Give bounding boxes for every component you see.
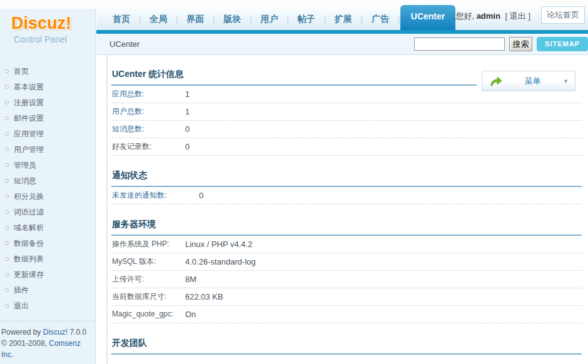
server-row-upload: 上传许可: 8M xyxy=(111,271,582,288)
bullet-icon xyxy=(5,257,9,261)
server-label: 上传许可: xyxy=(111,271,185,288)
copyright-text: © 2001-2008, xyxy=(1,339,47,348)
discuz-admin-window: Discuz! Control Panel 首页 基本设置 注册设置 邮件设置 … xyxy=(0,0,588,364)
logo-text: Discuz! xyxy=(11,14,95,33)
sidebar-item-label: 用户管理 xyxy=(14,145,44,154)
server-value: 622.03 KB xyxy=(185,288,223,305)
bullet-icon xyxy=(5,116,9,120)
stat-label-link[interactable]: 应用总数: xyxy=(111,86,185,103)
notification-value: 0 xyxy=(199,187,203,204)
brand-logo: Discuz! Control Panel xyxy=(0,9,95,55)
nav-tab-home[interactable]: 首页 xyxy=(104,14,139,25)
sidebar-item-data-backup[interactable]: 数据备份 xyxy=(0,236,95,251)
bullet-icon xyxy=(5,85,9,89)
sidebar-item-label: 退出 xyxy=(14,301,29,310)
sidebar-item-home[interactable]: 首页 xyxy=(0,64,95,79)
logout-link[interactable]: [ 退出 ] xyxy=(505,11,530,21)
bullet-icon xyxy=(5,241,9,245)
stat-label-link[interactable]: 短消息数: xyxy=(111,121,185,138)
nav-tab-users[interactable]: 用户 xyxy=(252,14,287,25)
forum-home-button[interactable]: 论坛首页 xyxy=(541,6,585,24)
sidebar-item-user-management[interactable]: 用户管理 xyxy=(0,142,95,158)
sidebar-item-label: 基本设置 xyxy=(14,83,44,91)
sidebar-footer: Powered by Discuz! 7.0.0 © 2001-2008, Co… xyxy=(0,321,96,360)
sidebar-item-short-messages[interactable]: 短消息 xyxy=(0,173,95,189)
sidebar-item-label: 注册设置 xyxy=(14,98,44,107)
server-label: MySQL 版本: xyxy=(111,253,185,270)
sidebar-item-administrators[interactable]: 管理员 xyxy=(0,158,95,173)
bullet-icon xyxy=(5,288,9,292)
bullet-icon xyxy=(5,148,9,151)
copyright-line: © 2001-2008, Comsenz Inc. xyxy=(1,338,94,360)
bullet-icon xyxy=(5,226,9,230)
sidebar-item-label: 短消息 xyxy=(14,176,36,185)
sidebar-item-label: 数据备份 xyxy=(14,239,44,248)
breadcrumb: UCenter xyxy=(109,39,139,49)
chevron-down-icon: ▼ xyxy=(563,78,569,84)
bullet-icon xyxy=(5,101,9,104)
user-info: 您好, admin [ 退出 ] xyxy=(455,11,530,22)
bullet-icon xyxy=(5,179,9,183)
sidebar-item-mail-settings[interactable]: 邮件设置 xyxy=(0,111,95,126)
menu-dropdown-button[interactable]: 菜单 ▼ xyxy=(482,71,575,91)
notification-row: 未发送的通知数: 0 xyxy=(111,187,582,205)
notification-label-link[interactable]: 未发送的通知数: xyxy=(111,187,199,204)
green-arrow-icon xyxy=(490,76,502,86)
stat-label-link[interactable]: 用户总数: xyxy=(111,103,185,120)
sidebar-item-word-filter[interactable]: 词语过滤 xyxy=(0,205,95,220)
sidebar-menu: 首页 基本设置 注册设置 邮件设置 应用管理 用户管理 管理员 短消息 积分兑换… xyxy=(0,64,95,314)
search-input[interactable] xyxy=(414,38,505,51)
sidebar-item-label: 积分兑换 xyxy=(14,192,44,201)
sidebar: Discuz! Control Panel 首页 基本设置 注册设置 邮件设置 … xyxy=(0,9,96,364)
stat-value: 1 xyxy=(185,86,190,103)
sidebar-item-label: 管理员 xyxy=(14,161,36,169)
powered-by-text: Powered by xyxy=(1,328,41,336)
bullet-icon xyxy=(5,210,9,214)
toolbar: UCenter 搜索 SITEMAP ↓ xyxy=(96,34,588,55)
nav-tab-global[interactable]: 全局 xyxy=(141,14,176,25)
sidebar-item-label: 应用管理 xyxy=(14,129,44,138)
nav-tab-extensions[interactable]: 扩展 xyxy=(326,14,361,25)
sidebar-item-update-cache[interactable]: 更新缓存 xyxy=(0,267,95,283)
sidebar-item-credits-exchange[interactable]: 积分兑换 xyxy=(0,189,95,205)
powered-by-line: Powered by Discuz! 7.0.0 xyxy=(1,326,94,338)
sidebar-item-data-list[interactable]: 数据列表 xyxy=(0,251,95,267)
bullet-icon xyxy=(5,163,9,167)
sidebar-item-exit[interactable]: 退出 xyxy=(0,298,95,314)
sidebar-item-basic-settings[interactable]: 基本设置 xyxy=(0,79,95,95)
discuz-link[interactable]: Discuz! xyxy=(43,328,68,336)
version-text: 7.0.0 xyxy=(69,328,86,336)
sidebar-item-domain-resolve[interactable]: 域名解析 xyxy=(0,220,95,236)
server-row-os-php: 操作系统及 PHP: Linux / PHP v4.4.2 xyxy=(111,236,582,253)
sidebar-item-register-settings[interactable]: 注册设置 xyxy=(0,95,95,111)
server-value: Linux / PHP v4.4.2 xyxy=(185,236,252,253)
search-button[interactable]: 搜索 xyxy=(509,37,532,51)
section-title-stats: UCenter 统计信息 xyxy=(111,69,477,86)
tab-ucenter-active[interactable]: UCenter xyxy=(400,5,455,30)
username-text: admin xyxy=(477,11,500,21)
nav-tab-posts[interactable]: 帖子 xyxy=(289,14,324,25)
server-value: 8M xyxy=(185,271,196,288)
stat-label: 好友记录数: xyxy=(111,138,185,155)
server-label: 当前数据库尺寸: xyxy=(111,288,185,305)
sidebar-item-label: 首页 xyxy=(14,67,29,76)
bullet-icon xyxy=(5,273,9,276)
bullet-icon xyxy=(5,195,9,198)
stat-row-messages: 短消息数: 0 xyxy=(111,121,582,138)
bullet-icon xyxy=(5,69,9,73)
sitemap-button[interactable]: SITEMAP ↓ xyxy=(537,37,588,51)
sidebar-item-label: 插件 xyxy=(14,286,29,295)
sidebar-item-plugins[interactable]: 插件 xyxy=(0,283,95,298)
stat-value: 0 xyxy=(185,121,190,138)
sidebar-item-app-management[interactable]: 应用管理 xyxy=(0,126,95,142)
top-strip xyxy=(0,0,588,9)
nav-tab-interface[interactable]: 界面 xyxy=(178,14,213,25)
server-value: On xyxy=(185,306,196,323)
section-title-server: 服务器环境 xyxy=(111,219,582,236)
nav-tab-forums[interactable]: 版块 xyxy=(215,14,250,25)
nav-tab-ads[interactable]: 广告 xyxy=(363,14,398,25)
bullet-icon xyxy=(5,132,9,136)
stat-row-friends: 好友记录数: 0 xyxy=(111,138,582,156)
sidebar-item-label: 域名解析 xyxy=(14,223,44,232)
greeting-text: 您好, xyxy=(455,11,474,21)
